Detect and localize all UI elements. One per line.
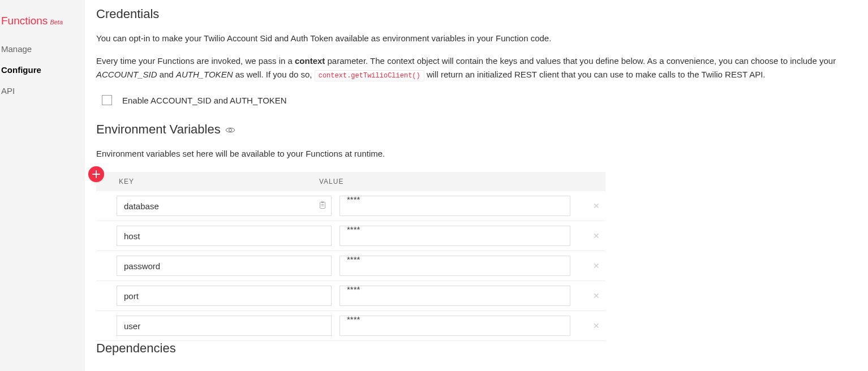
env-key-input[interactable] — [117, 316, 332, 336]
svg-rect-1 — [320, 202, 325, 209]
sidebar-header: Functions Beta — [0, 6, 85, 38]
env-row: ****✕ — [96, 311, 605, 341]
header-key: KEY — [96, 178, 319, 186]
env-key-wrap — [96, 286, 332, 306]
sidebar-item-configure[interactable]: Configure — [0, 59, 85, 80]
delete-icon[interactable]: ✕ — [593, 201, 600, 210]
text-fragment: Every time your Functions are invoked, w… — [96, 56, 295, 66]
env-row: ****✕ — [96, 191, 605, 221]
text-fragment: as well. If you do so, — [233, 70, 314, 79]
eye-icon[interactable] — [225, 127, 235, 133]
env-key-wrap — [96, 196, 332, 216]
env-table: KEY VALUE ****✕****✕****✕****✕****✕ — [96, 172, 605, 341]
account-sid-text: ACCOUNT_SID — [96, 70, 157, 79]
env-key-input[interactable] — [117, 226, 332, 246]
enable-credentials-row: Enable ACCOUNT_SID and AUTH_TOKEN — [102, 95, 851, 105]
dependencies-heading: Dependencies — [96, 341, 851, 356]
text-fragment: parameter. The context object will conta… — [325, 56, 836, 66]
delete-cell: ✕ — [570, 261, 605, 270]
env-row: ****✕ — [96, 281, 605, 311]
enable-credentials-checkbox[interactable] — [102, 95, 112, 105]
code-snippet: context.getTwilioClient() — [315, 70, 424, 81]
env-value-input[interactable]: **** — [340, 256, 570, 276]
sidebar-item-api[interactable]: API — [0, 80, 85, 101]
env-key-wrap — [96, 256, 332, 276]
env-row: ****✕ — [96, 251, 605, 281]
auth-token-text: AUTH_TOKEN — [176, 70, 233, 79]
env-desc: Environment variables set here will be a… — [96, 147, 851, 161]
delete-icon[interactable]: ✕ — [593, 261, 600, 270]
env-key-input[interactable] — [117, 286, 332, 306]
env-key-input[interactable] — [117, 256, 332, 276]
credentials-heading: Credentials — [96, 7, 851, 21]
delete-icon[interactable]: ✕ — [593, 321, 600, 330]
env-row: ****✕ — [96, 221, 605, 251]
sidebar-title: Functions — [1, 15, 48, 27]
text-fragment: will return an initialized REST client t… — [424, 70, 766, 79]
header-value: VALUE — [319, 178, 549, 186]
clipboard-icon[interactable] — [319, 201, 326, 211]
main-content: Credentials You can opt-in to make your … — [85, 0, 868, 371]
credentials-desc-2: Every time your Functions are invoked, w… — [96, 54, 851, 81]
env-value-input[interactable]: **** — [340, 196, 570, 216]
env-key-wrap — [96, 316, 332, 336]
delete-icon[interactable]: ✕ — [593, 291, 600, 300]
context-bold: context — [295, 56, 325, 66]
env-value-input[interactable]: **** — [340, 286, 570, 306]
text-fragment: and — [157, 70, 176, 79]
env-value-input[interactable]: **** — [340, 316, 570, 336]
env-key-wrap — [96, 226, 332, 246]
env-key-input[interactable] — [117, 196, 332, 216]
sidebar-item-manage[interactable]: Manage — [0, 38, 85, 59]
beta-badge: Beta — [50, 19, 63, 25]
add-env-button[interactable] — [88, 166, 104, 182]
svg-point-0 — [229, 129, 231, 132]
env-heading-wrap: Environment Variables — [96, 122, 851, 137]
enable-credentials-label: Enable ACCOUNT_SID and AUTH_TOKEN — [122, 96, 287, 105]
delete-cell: ✕ — [570, 231, 605, 240]
delete-cell: ✕ — [570, 321, 605, 330]
delete-cell: ✕ — [570, 291, 605, 300]
sidebar: Functions Beta Manage Configure API — [0, 0, 85, 371]
delete-cell: ✕ — [570, 201, 605, 210]
env-table-header: KEY VALUE — [96, 172, 605, 191]
credentials-desc-1: You can opt-in to make your Twilio Accou… — [96, 32, 851, 45]
delete-icon[interactable]: ✕ — [593, 231, 600, 240]
env-heading: Environment Variables — [96, 122, 221, 137]
env-value-input[interactable]: **** — [340, 226, 570, 246]
